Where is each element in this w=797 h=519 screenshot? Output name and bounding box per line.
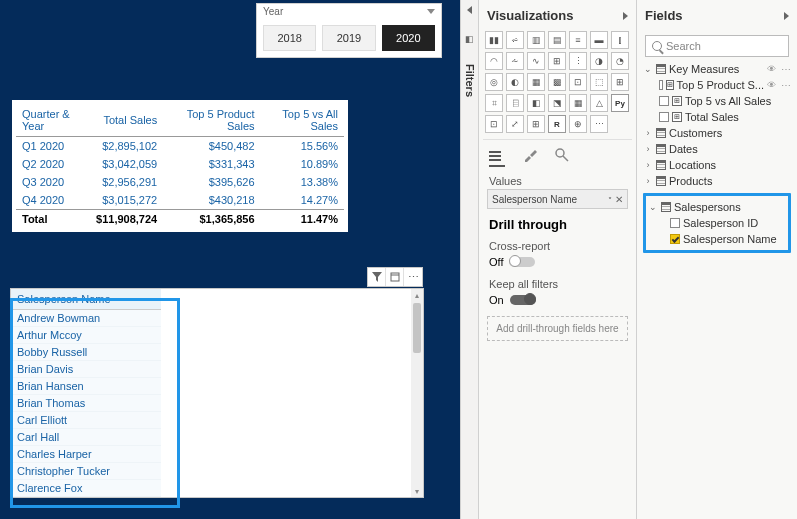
list-item[interactable]: Clarence Fox — [11, 480, 161, 497]
table-locations[interactable]: ›Locations — [641, 157, 793, 173]
salesperson-list[interactable]: Salesperson Name Andrew BowmanArthur Mcc… — [11, 289, 161, 497]
viz-type-icon[interactable]: ⬚ — [590, 73, 608, 91]
checkbox-icon[interactable] — [659, 96, 669, 106]
drillthrough-drop-well[interactable]: Add drill-through fields here — [487, 316, 628, 341]
viz-type-icon[interactable]: R — [548, 115, 566, 133]
year-option-2020[interactable]: 2020 — [382, 25, 435, 51]
checkbox-icon[interactable] — [670, 218, 680, 228]
vertical-scrollbar[interactable]: ▴ ▾ — [411, 289, 423, 497]
column-header[interactable]: Top 5 vs All Sales — [261, 104, 344, 137]
viz-type-icon[interactable]: ⊞ — [611, 73, 629, 91]
viz-type-icon[interactable]: ⊡ — [485, 115, 503, 133]
table-dates[interactable]: ›Dates — [641, 141, 793, 157]
filter-icon[interactable] — [368, 268, 386, 286]
filters-pane-collapsed[interactable]: ◧ Filters — [460, 0, 478, 519]
list-item[interactable]: Brian Thomas — [11, 395, 161, 412]
values-field-well[interactable]: Salesperson Name ˅ ✕ — [487, 189, 628, 209]
checkbox-icon[interactable] — [670, 234, 680, 244]
list-item[interactable]: Brian Hansen — [11, 378, 161, 395]
viz-type-icon[interactable]: ◐ — [506, 73, 524, 91]
viz-type-icon[interactable]: ⊞ — [527, 115, 545, 133]
sp-column-header[interactable]: Salesperson Name — [11, 289, 161, 310]
fields-search-input[interactable]: Search — [645, 35, 789, 57]
fields-tab-icon[interactable] — [489, 148, 505, 167]
viz-type-icon[interactable]: ◠ — [485, 52, 503, 70]
viz-type-icon[interactable]: ∿ — [527, 52, 545, 70]
viz-type-icon[interactable]: ▦ — [569, 94, 587, 112]
viz-type-icon[interactable]: ⊡ — [569, 73, 587, 91]
chevron-right-icon[interactable] — [784, 12, 789, 20]
more-icon[interactable]: ⋯ — [781, 64, 791, 75]
table-products[interactable]: ›Products — [641, 173, 793, 189]
viz-type-icon[interactable]: ◔ — [611, 52, 629, 70]
table-customers[interactable]: ›Customers — [641, 125, 793, 141]
chevron-down-icon[interactable] — [427, 9, 435, 14]
viz-type-icon[interactable]: Py — [611, 94, 629, 112]
list-item[interactable]: Carl Hall — [11, 429, 161, 446]
scroll-down-arrow[interactable]: ▾ — [411, 485, 423, 497]
analytics-tab-icon[interactable] — [555, 148, 569, 167]
remove-field-icon[interactable]: ✕ — [615, 194, 623, 205]
list-item[interactable]: Bobby Russell — [11, 344, 161, 361]
column-header[interactable]: Quarter & Year — [16, 104, 90, 137]
visibility-icon[interactable]: 👁 — [767, 80, 776, 90]
field-item[interactable]: ⊞ Total Sales — [641, 109, 793, 125]
viz-type-icon[interactable]: ⋯ — [590, 115, 608, 133]
year-option-2019[interactable]: 2019 — [322, 25, 375, 51]
viz-type-icon[interactable]: ⩫ — [506, 31, 524, 49]
list-item[interactable]: Carl Elliott — [11, 412, 161, 429]
scroll-up-arrow[interactable]: ▴ — [411, 289, 423, 301]
list-item[interactable]: Brian Davis — [11, 361, 161, 378]
viz-type-icon[interactable]: ≡ — [569, 31, 587, 49]
more-icon[interactable]: ⋯ — [781, 80, 791, 91]
list-item[interactable]: Arthur Mccoy — [11, 327, 161, 344]
field-item[interactable]: ⊞ Top 5 Product S...👁⋯ — [641, 77, 793, 93]
viz-type-icon[interactable]: ▩ — [548, 73, 566, 91]
viz-type-icon[interactable]: ▥ — [527, 31, 545, 49]
field-item[interactable]: ⊞ Top 5 vs All Sales — [641, 93, 793, 109]
viz-type-icon[interactable]: ⬔ — [548, 94, 566, 112]
year-slicer[interactable]: Year 201820192020 — [256, 3, 442, 58]
year-option-2018[interactable]: 2018 — [263, 25, 316, 51]
more-options-icon[interactable]: ⋯ — [404, 268, 422, 286]
viz-type-icon[interactable]: ⊕ — [569, 115, 587, 133]
column-header[interactable]: Total Sales — [90, 104, 163, 137]
viz-type-icon[interactable]: ▮▮ — [485, 31, 503, 49]
table-salespersons[interactable]: ⌄ Salespersons — [646, 199, 788, 215]
field-item[interactable]: Salesperson Name — [646, 231, 788, 247]
viz-type-icon[interactable]: ▬ — [590, 31, 608, 49]
viz-type-icon[interactable]: ◎ — [485, 73, 503, 91]
field-item[interactable]: Salesperson ID — [646, 215, 788, 231]
chevron-right-icon[interactable] — [623, 12, 628, 20]
report-canvas[interactable]: Year 201820192020 Quarter & YearTotal Sa… — [0, 0, 460, 519]
list-item[interactable]: Andrew Bowman — [11, 310, 161, 327]
viz-type-icon[interactable]: ⩪ — [506, 52, 524, 70]
viz-type-icon[interactable]: △ — [590, 94, 608, 112]
list-item[interactable]: Charles Harper — [11, 446, 161, 463]
focus-mode-icon[interactable] — [386, 268, 404, 286]
table-key-measures[interactable]: ⌄ Key Measures 👁 ⋯ — [641, 61, 793, 77]
column-header[interactable]: Top 5 Product Sales — [163, 104, 260, 137]
table-row[interactable]: Q2 2020$3,042,059$331,34310.89% — [16, 155, 344, 173]
viz-type-icon[interactable]: ▤ — [548, 31, 566, 49]
viz-type-icon[interactable]: ⫿ — [611, 31, 629, 49]
viz-type-icon[interactable]: ⊞ — [548, 52, 566, 70]
list-item[interactable]: Christopher Tucker — [11, 463, 161, 480]
chevron-left-icon[interactable] — [467, 6, 472, 14]
table-row[interactable]: Q4 2020$3,015,272$430,21814.27% — [16, 191, 344, 210]
scroll-thumb[interactable] — [413, 303, 421, 353]
table-row[interactable]: Q1 2020$2,895,102$450,48215.56% — [16, 137, 344, 156]
format-tab-icon[interactable] — [523, 148, 537, 167]
table-row[interactable]: Q3 2020$2,956,291$395,62613.38% — [16, 173, 344, 191]
checkbox-icon[interactable] — [659, 80, 663, 90]
viz-type-icon[interactable]: ⋮ — [569, 52, 587, 70]
expand-icon[interactable]: ◧ — [465, 34, 474, 44]
viz-type-icon[interactable]: ⤢ — [506, 115, 524, 133]
viz-type-icon[interactable]: ▦ — [527, 73, 545, 91]
viz-type-icon[interactable]: ⌗ — [485, 94, 503, 112]
field-dropdown-icon[interactable]: ˅ — [608, 196, 612, 205]
cross-report-toggle[interactable]: Off — [483, 254, 632, 274]
viz-type-icon[interactable]: ⌸ — [506, 94, 524, 112]
checkbox-icon[interactable] — [659, 112, 669, 122]
viz-type-icon[interactable]: ◧ — [527, 94, 545, 112]
